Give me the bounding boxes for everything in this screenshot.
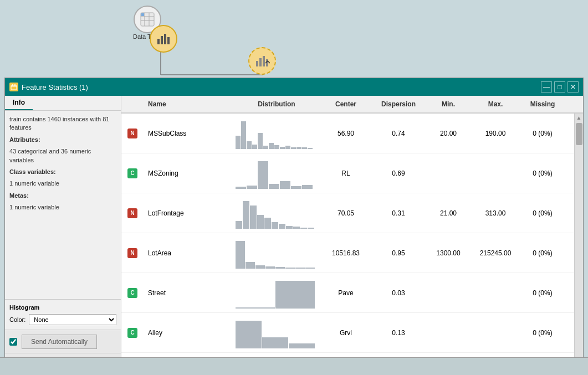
row-min: 20.00 xyxy=(426,130,471,137)
scroll-thumb[interactable] xyxy=(576,123,582,145)
table-row[interactable]: CStreetPave0.030 (0%) xyxy=(121,273,574,313)
table-row[interactable]: NLotFrontage70.050.3121.00313.000 (0%) xyxy=(121,193,574,233)
node-featurestat-right[interactable] xyxy=(248,47,276,75)
histogram-bar xyxy=(280,181,290,188)
table-row[interactable]: NMSSubClass56.900.7420.00190.000 (0%) xyxy=(121,114,574,153)
taskbar xyxy=(0,357,588,375)
table-row[interactable]: CAlleyGrvl0.130 (0%) xyxy=(121,313,574,353)
header-badge xyxy=(121,98,144,110)
histogram-bar xyxy=(236,321,262,348)
left-panel: Info train contains 1460 instances with … xyxy=(5,96,121,371)
class-text: 1 numeric variable xyxy=(9,179,116,188)
histogram-bar xyxy=(236,241,245,269)
row-missing: 0 (0%) xyxy=(520,289,565,297)
histogram-bar xyxy=(274,145,279,149)
featurestat-right-icon xyxy=(248,47,276,75)
row-name: Alley xyxy=(144,327,232,339)
table-scroll-area: NMSSubClass56.900.7420.00190.000 (0%)CMS… xyxy=(121,114,583,371)
histogram-bar xyxy=(265,266,275,269)
svg-rect-15 xyxy=(263,56,265,66)
row-distribution xyxy=(232,117,321,150)
dialog-title: Feature Statistics (1) xyxy=(22,83,88,91)
row-dispersion: 0.13 xyxy=(371,329,426,337)
close-button[interactable]: ✕ xyxy=(567,81,579,93)
histogram-bar xyxy=(286,226,293,229)
row-type-badge: N xyxy=(127,208,137,218)
title-bar-controls: — □ ✕ xyxy=(541,81,579,93)
header-missing: Missing xyxy=(520,98,565,110)
row-min: 1300.00 xyxy=(426,249,471,257)
attributes-text: 43 categorical and 36 numeric variables xyxy=(9,147,116,165)
row-type-badge: C xyxy=(127,328,137,338)
row-missing: 0 (0%) xyxy=(520,169,565,177)
row-dispersion: 0.69 xyxy=(371,169,426,177)
histogram-bar xyxy=(302,185,313,189)
row-missing: 0 (0%) xyxy=(520,130,565,137)
row-name: Street xyxy=(144,287,232,299)
histogram-bar xyxy=(236,221,242,228)
row-dispersion: 0.03 xyxy=(371,289,426,297)
table-row[interactable]: CMSZoningRL0.690 (0%) xyxy=(121,153,574,193)
maximize-button[interactable]: □ xyxy=(554,81,565,93)
dialog-window: Feature Statistics (1) — □ ✕ Info train … xyxy=(4,78,584,371)
histogram-bar xyxy=(246,262,255,269)
row-center: Pave xyxy=(321,289,371,297)
minimize-button[interactable]: — xyxy=(541,81,552,93)
histogram-bar xyxy=(236,307,275,309)
histogram-bar xyxy=(243,201,249,229)
histogram-bar xyxy=(250,206,257,229)
histogram-title: Histogram xyxy=(9,304,116,311)
color-row: Color: None xyxy=(9,314,116,325)
histogram-bar xyxy=(275,267,285,268)
send-checkbox[interactable] xyxy=(9,338,17,346)
row-min: 21.00 xyxy=(426,209,471,217)
histogram-bar xyxy=(247,186,257,189)
scrollbar[interactable]: ▲ ▼ xyxy=(574,114,583,371)
row-dispersion: 0.95 xyxy=(371,249,426,257)
bottom-bar: Send Automatically xyxy=(5,330,121,353)
row-distribution xyxy=(232,237,321,270)
row-distribution xyxy=(232,157,321,190)
histogram-bar xyxy=(275,281,315,309)
table-row[interactable]: NLotArea10516.830.951300.00215245.000 (0… xyxy=(121,233,574,273)
histogram-bar xyxy=(236,136,241,149)
histogram-bar xyxy=(293,227,300,228)
svg-rect-17 xyxy=(11,85,17,90)
histogram-bar xyxy=(263,146,268,148)
histogram-bar xyxy=(308,148,313,148)
histogram-bar xyxy=(280,147,285,149)
class-title: Class variables: xyxy=(9,168,116,176)
histogram-bar xyxy=(308,228,314,229)
histogram-bar xyxy=(272,222,278,229)
node-featurestat-canvas[interactable] xyxy=(150,25,177,53)
histogram-bar xyxy=(285,146,290,148)
histogram-bar xyxy=(302,147,307,149)
row-distribution xyxy=(232,316,321,350)
color-select[interactable]: None xyxy=(29,314,116,325)
histogram-bar xyxy=(295,268,305,268)
attributes-title: Attributes: xyxy=(9,136,116,144)
left-panel-content: train contains 1460 instances with 81 fe… xyxy=(5,111,121,299)
row-type-badge: C xyxy=(127,288,137,298)
row-center: RL xyxy=(321,169,371,177)
header-name: Name xyxy=(144,98,232,110)
row-name: MSSubClass xyxy=(144,127,232,140)
header-max: Max. xyxy=(471,98,520,110)
histogram-bar xyxy=(296,147,301,149)
row-max: 313.00 xyxy=(471,209,520,217)
send-automatically-button[interactable]: Send Automatically xyxy=(22,335,97,349)
table-body: NMSSubClass56.900.7420.00190.000 (0%)CMS… xyxy=(121,114,574,371)
tab-info[interactable]: Info xyxy=(5,96,33,110)
row-dispersion: 0.74 xyxy=(371,130,426,137)
row-type-badge: N xyxy=(127,129,137,138)
metas-title: Metas: xyxy=(9,192,116,200)
left-panel-tabs: Info xyxy=(5,96,121,111)
row-center: 70.05 xyxy=(321,209,371,217)
header-center: Center xyxy=(321,98,371,110)
histogram-bar xyxy=(236,187,246,188)
histogram-bar xyxy=(257,215,264,229)
color-label: Color: xyxy=(9,316,25,323)
connector-lines xyxy=(0,0,588,78)
histogram-bar xyxy=(258,133,263,149)
histogram-bar xyxy=(269,184,279,189)
